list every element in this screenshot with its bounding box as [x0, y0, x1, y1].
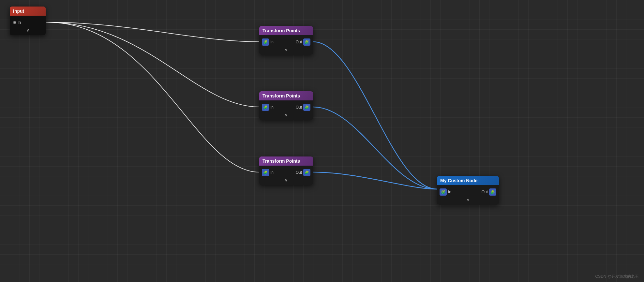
tp1-in-label: In	[270, 40, 274, 44]
tp1-out-icon: 🧩	[303, 38, 310, 46]
tp2-port-in[interactable]: 🧩 In	[262, 104, 274, 111]
custom-out-icon: 🧩	[489, 188, 496, 196]
tp1-port-in[interactable]: 🧩 In	[262, 38, 274, 46]
custom-out-label: Out	[482, 190, 488, 194]
custom-in-icon: 🧩	[440, 188, 447, 196]
transform-node-3-ports: 🧩 In Out 🧩	[259, 168, 313, 177]
custom-in-label: In	[448, 190, 451, 194]
transform-node-1[interactable]: Transform Points 🧩 In Out 🧩 ∨	[259, 26, 313, 55]
custom-node-body: 🧩 In Out 🧩 ∨	[437, 185, 499, 205]
transform-node-1-body: 🧩 In Out 🧩 ∨	[259, 35, 313, 55]
tp3-port-out[interactable]: Out 🧩	[296, 169, 310, 176]
input-node-header: Input	[10, 7, 46, 16]
tp3-chevron[interactable]: ∨	[259, 177, 313, 184]
tp2-port-out[interactable]: Out 🧩	[296, 104, 310, 111]
transform-node-2-header: Transform Points	[259, 91, 313, 100]
tp3-in-label: In	[270, 170, 274, 175]
tp3-port-in[interactable]: 🧩 In	[262, 169, 274, 176]
tp1-port-out[interactable]: Out 🧩	[296, 38, 310, 46]
tp1-chevron[interactable]: ∨	[259, 47, 313, 53]
transform-node-2-body: 🧩 In Out 🧩 ∨	[259, 100, 313, 120]
custom-port-out[interactable]: Out 🧩	[482, 188, 496, 196]
input-node[interactable]: Input In ∨	[10, 7, 46, 35]
input-port-in-label: In	[18, 20, 21, 25]
tp2-in-icon: 🧩	[262, 104, 269, 111]
input-socket[interactable]	[13, 21, 16, 24]
tp2-in-label: In	[270, 105, 274, 110]
transform-node-2[interactable]: Transform Points 🧩 In Out 🧩 ∨	[259, 91, 313, 120]
input-node-title: Input	[13, 8, 24, 14]
custom-node-title: My Custom Node	[440, 178, 477, 183]
transform-node-3-title: Transform Points	[262, 158, 300, 164]
input-node-ports: In	[10, 18, 46, 27]
tp1-in-icon: 🧩	[262, 38, 269, 46]
tp1-out-label: Out	[296, 40, 302, 44]
tp3-out-icon: 🧩	[303, 169, 310, 176]
tp3-out-label: Out	[296, 170, 302, 175]
custom-node-ports: 🧩 In Out 🧩	[437, 187, 499, 197]
custom-node-header: My Custom Node	[437, 176, 499, 185]
input-node-body: In ∨	[10, 16, 46, 35]
transform-node-2-ports: 🧩 In Out 🧩	[259, 102, 313, 112]
transform-node-3-header: Transform Points	[259, 156, 313, 166]
input-chevron[interactable]: ∨	[10, 27, 46, 34]
custom-node[interactable]: My Custom Node 🧩 In Out 🧩 ∨	[437, 176, 499, 205]
transform-node-1-header: Transform Points	[259, 26, 313, 35]
custom-port-in[interactable]: 🧩 In	[440, 188, 451, 196]
tp3-in-icon: 🧩	[262, 169, 269, 176]
custom-chevron[interactable]: ∨	[437, 197, 499, 203]
transform-node-1-title: Transform Points	[262, 28, 300, 33]
tp2-chevron[interactable]: ∨	[259, 112, 313, 119]
transform-node-1-ports: 🧩 In Out 🧩	[259, 37, 313, 47]
transform-node-3[interactable]: Transform Points 🧩 In Out 🧩 ∨	[259, 156, 313, 185]
input-port-in[interactable]: In	[13, 20, 21, 25]
watermark: CSDN @开发游戏的老王	[595, 274, 639, 279]
tp2-out-icon: 🧩	[303, 104, 310, 111]
tp2-out-label: Out	[296, 105, 302, 110]
transform-node-3-body: 🧩 In Out 🧩 ∨	[259, 166, 313, 185]
transform-node-2-title: Transform Points	[262, 93, 300, 98]
